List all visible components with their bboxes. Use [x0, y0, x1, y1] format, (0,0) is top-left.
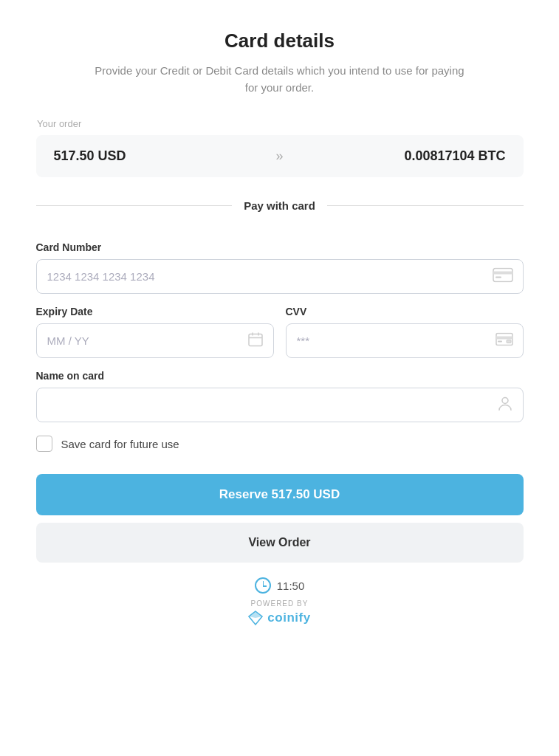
page-subtitle: Provide your Credit or Debit Card detail…	[88, 63, 472, 96]
svg-rect-9	[498, 340, 502, 342]
cvv-input[interactable]	[286, 323, 524, 358]
cvv-label: CVV	[286, 306, 524, 317]
coinify-diamond-icon	[248, 611, 263, 625]
reserve-button[interactable]: Reserve 517.50 USD	[36, 474, 524, 515]
expiry-label: Expiry Date	[36, 306, 274, 317]
svg-rect-0	[493, 268, 512, 281]
divider-line-right	[327, 205, 524, 206]
powered-by-section: POWERED BY coinify	[36, 599, 524, 625]
card-number-label: Card Number	[36, 241, 524, 253]
card-icon	[493, 267, 513, 286]
expiry-wrapper	[36, 323, 274, 358]
coinify-brand-name: coinify	[267, 611, 310, 625]
svg-point-11	[502, 397, 508, 403]
cvv-card-icon	[495, 332, 513, 349]
order-box: 517.50 USD » 0.00817104 BTC	[36, 135, 524, 177]
card-number-wrapper	[36, 259, 524, 294]
pay-with-card-divider: Pay with card	[36, 199, 524, 212]
name-wrapper	[36, 388, 524, 422]
pay-with-card-text: Pay with card	[232, 199, 327, 212]
time-display: 11:50	[277, 580, 305, 592]
order-amount-btc: 0.00817104 BTC	[295, 148, 506, 164]
card-form: Card Number Expiry Date	[36, 230, 524, 625]
cvv-wrapper	[286, 323, 524, 358]
order-arrow: »	[276, 148, 284, 164]
save-card-row: Save card for future use	[36, 436, 524, 452]
person-icon	[497, 395, 513, 415]
view-order-button[interactable]: View Order	[36, 523, 524, 563]
cvv-field-group: CVV	[286, 294, 524, 358]
name-input[interactable]	[36, 388, 524, 422]
svg-rect-8	[496, 336, 512, 339]
time-row: 11:50	[36, 577, 524, 594]
expiry-input[interactable]	[36, 323, 274, 358]
calendar-icon	[247, 331, 264, 351]
card-number-input[interactable]	[36, 259, 524, 294]
name-label: Name on card	[36, 370, 524, 382]
svg-rect-10	[507, 340, 511, 343]
clock-icon	[255, 577, 271, 594]
svg-rect-1	[493, 271, 512, 274]
page-title: Card details	[224, 30, 335, 52]
expiry-field-group: Expiry Date	[36, 294, 274, 358]
coinify-logo: coinify	[248, 611, 310, 625]
order-amount-usd: 517.50 USD	[54, 148, 264, 164]
save-card-checkbox[interactable]	[36, 436, 52, 452]
svg-rect-3	[249, 334, 262, 346]
svg-rect-2	[495, 276, 501, 278]
divider-line-left	[36, 205, 233, 206]
save-card-label: Save card for future use	[61, 438, 179, 450]
expiry-cvv-row: Expiry Date CVV	[36, 294, 524, 358]
powered-by-text: POWERED BY	[251, 599, 309, 608]
order-label: Your order	[37, 118, 524, 129]
